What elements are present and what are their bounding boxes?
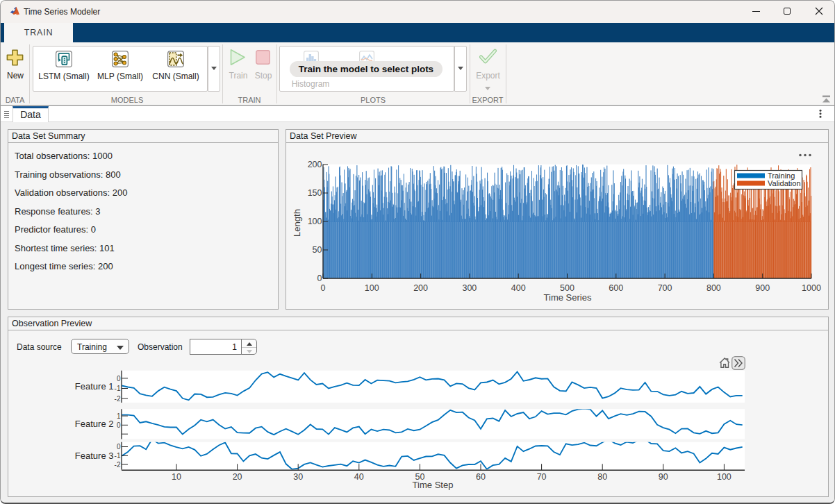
svg-text:200: 200 — [413, 283, 428, 293]
svg-text:60: 60 — [476, 472, 486, 482]
svg-text:1: 1 — [117, 412, 121, 420]
svg-text:Time Step: Time Step — [413, 480, 454, 490]
svg-text:80: 80 — [597, 472, 607, 482]
svg-text:10: 10 — [172, 472, 181, 482]
svg-text:0: 0 — [117, 421, 121, 429]
svg-text:0: 0 — [117, 375, 121, 383]
svg-text:Time Series: Time Series — [544, 292, 592, 303]
svg-text:Length: Length — [292, 209, 302, 237]
svg-text:Feature 3: Feature 3 — [75, 451, 114, 461]
svg-text:Validation: Validation — [768, 179, 801, 187]
svg-text:0: 0 — [321, 283, 326, 293]
svg-text:70: 70 — [537, 472, 547, 482]
svg-text:90: 90 — [659, 472, 668, 482]
svg-text:300: 300 — [462, 283, 477, 293]
svg-text:40: 40 — [354, 472, 364, 482]
svg-text:200: 200 — [308, 160, 322, 169]
svg-text:150: 150 — [308, 188, 322, 198]
svg-text:700: 700 — [658, 283, 672, 293]
svg-text:-1: -1 — [115, 452, 121, 460]
svg-text:-2: -2 — [115, 395, 121, 403]
svg-text:Feature 2: Feature 2 — [75, 419, 114, 429]
svg-text:-2: -2 — [115, 461, 121, 469]
svg-text:Feature 1: Feature 1 — [75, 381, 114, 392]
svg-text:100: 100 — [308, 217, 322, 226]
svg-text:30: 30 — [293, 472, 303, 482]
svg-text:50: 50 — [313, 245, 322, 255]
svg-text:600: 600 — [609, 283, 623, 293]
svg-text:100: 100 — [717, 472, 731, 482]
svg-text:400: 400 — [511, 283, 526, 293]
svg-text:0: 0 — [317, 274, 322, 283]
svg-text:20: 20 — [233, 472, 242, 482]
svg-text:0: 0 — [117, 443, 121, 451]
svg-text:800: 800 — [706, 283, 721, 293]
svg-text:-1: -1 — [115, 385, 121, 392]
svg-text:1000: 1000 — [802, 283, 821, 293]
svg-text:900: 900 — [755, 283, 770, 293]
svg-text:500: 500 — [560, 283, 574, 293]
svg-text:100: 100 — [365, 283, 379, 293]
